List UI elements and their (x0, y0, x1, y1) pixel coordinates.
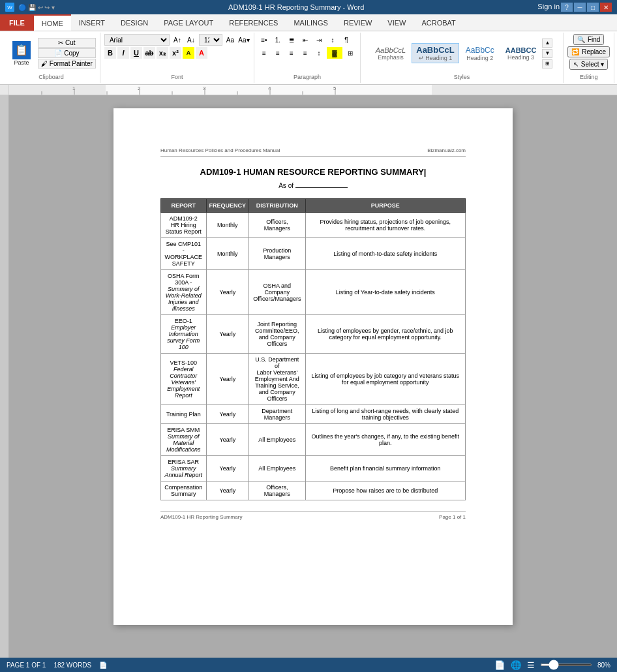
style-heading1[interactable]: AaBbCcL ↵ Heading 1 (412, 43, 459, 63)
tab-acrobat[interactable]: ACROBAT (414, 14, 463, 31)
font-format-row: B I U ab x₂ x² A A (104, 47, 207, 59)
font-size-down[interactable]: A↓ (185, 34, 197, 46)
style-emphasis[interactable]: AaBbCcL Emphasis (371, 44, 410, 63)
doc-title[interactable]: ADM109-1 HUMAN RESOURCE REPORTING SUMMAR… (160, 167, 466, 177)
font-color-button[interactable]: A (196, 47, 207, 59)
font-name-select[interactable]: Arial (104, 34, 170, 46)
ribbon-content: 📋 Paste ✂ Cut 📄 Copy 🖌 Format Painter Cl… (0, 31, 617, 85)
strikethrough-button[interactable]: ab (143, 47, 155, 59)
footer-right: Page 1 of 1 (439, 514, 466, 520)
maximize-button[interactable]: □ (587, 3, 599, 12)
title-bar: W 🔵 💾 ↩ ↪ ▾ ADM109-1 HR Reporting Summar… (0, 0, 617, 14)
font-row-1: Arial A↑ A↓ 12 Aa Aa▾ (104, 34, 250, 46)
minimize-button[interactable]: ─ (574, 3, 586, 12)
styles-scroll-up[interactable]: ▲ (542, 38, 552, 48)
justify-button[interactable]: ≡ (299, 47, 311, 59)
distribution-cell: All Employees (249, 424, 305, 456)
styles-scroll-down[interactable]: ▼ (542, 49, 552, 58)
view-mode-print[interactable]: 📄 (494, 660, 505, 670)
tab-mailings[interactable]: MAILINGS (286, 14, 336, 31)
purpose-cell: Listing of Year-to-date safety incidents (305, 270, 465, 315)
close-button[interactable]: ✕ (600, 3, 612, 12)
superscript-button[interactable]: x² (170, 47, 181, 59)
select-button[interactable]: ↖ Select ▾ (569, 59, 609, 70)
font-size-select[interactable]: 12 (199, 34, 222, 46)
heading3-label: Heading 3 (507, 54, 534, 61)
clear-format-button[interactable]: Aa (224, 34, 236, 46)
distribution-cell: Officers, Managers (249, 213, 305, 238)
frequency-cell: Monthly (206, 213, 249, 238)
align-left-button[interactable]: ≡ (258, 47, 270, 59)
ruler: 1 2 3 4 5 (0, 85, 617, 95)
paragraph-label: Paragraph (291, 72, 324, 82)
shading-button[interactable]: ▓ (327, 47, 342, 59)
footer-left: ADM109-1 HR Reporting Summary (160, 514, 242, 520)
borders-button[interactable]: ⊞ (344, 47, 356, 59)
sort-button[interactable]: ↕ (327, 34, 339, 46)
tab-insert[interactable]: INSERT (71, 14, 113, 31)
status-bar: PAGE 1 OF 1 182 WORDS 📄 📄 🌐 ☰ 80% (0, 658, 617, 672)
distribution-cell: Joint ReportingCommittee/EEO,and Company… (249, 315, 305, 354)
tab-pagelayout[interactable]: PAGE LAYOUT (156, 14, 221, 31)
change-case-button[interactable]: Aa▾ (238, 34, 250, 46)
tab-home[interactable]: HOME (34, 14, 71, 31)
underline-button[interactable]: U (130, 47, 142, 59)
styles-expand[interactable]: ⊞ (542, 59, 552, 69)
report-cell: CompensationSummary (161, 481, 207, 500)
font-size-up[interactable]: A↑ (172, 34, 183, 46)
page-info: PAGE 1 OF 1 (7, 662, 46, 669)
bullets-button[interactable]: ≡• (258, 34, 270, 46)
purpose-cell: Propose how raises are to be distributed (305, 481, 465, 500)
replace-button[interactable]: 🔁 Replace (567, 46, 610, 57)
view-mode-outline[interactable]: ☰ (527, 660, 535, 670)
style-heading3[interactable]: AABBCC Heading 3 (501, 44, 541, 63)
distribution-cell: U.S. Department ofLabor Veterans'Employm… (249, 354, 305, 405)
styles-group: AaBbCcL Emphasis AaBbCcL ↵ Heading 1 AaB… (361, 33, 564, 83)
tab-view[interactable]: VIEW (380, 14, 414, 31)
italic-button[interactable]: I (117, 47, 129, 59)
paste-button[interactable]: 📋 Paste (7, 38, 37, 69)
tab-review[interactable]: REVIEW (336, 14, 380, 31)
help-button[interactable]: ? (561, 3, 573, 12)
tab-references[interactable]: REFERENCES (221, 14, 286, 31)
multilevel-list-button[interactable]: ≣ (286, 34, 297, 46)
text-highlight-button[interactable]: A (183, 47, 194, 59)
view-mode-web[interactable]: 🌐 (511, 660, 522, 670)
table-row: ADM109-2HR HiringStatus Report Monthly O… (161, 213, 466, 238)
format-painter-button[interactable]: 🖌 Format Painter (38, 59, 96, 69)
bold-button[interactable]: B (104, 47, 116, 59)
subscript-button[interactable]: x₂ (157, 47, 168, 59)
tab-file[interactable]: FILE (0, 14, 34, 31)
numbering-button[interactable]: 1. (272, 34, 284, 46)
report-cell: ERISA SARSummaryAnnual Report (161, 456, 207, 481)
frequency-cell: Yearly (206, 354, 249, 405)
style-heading2[interactable]: AaBbCc Heading 2 (460, 44, 500, 63)
tab-design[interactable]: DESIGN (113, 14, 156, 31)
report-cell: VETS-100FederalContractorVeterans'Employ… (161, 354, 207, 405)
layout-icon[interactable]: 📄 (99, 662, 107, 669)
decrease-indent-button[interactable]: ⇤ (299, 34, 311, 46)
zoom-slider[interactable] (540, 664, 592, 666)
align-center-button[interactable]: ≡ (272, 47, 284, 59)
align-right-button[interactable]: ≡ (286, 47, 297, 59)
editing-group: 🔍 Find 🔁 Replace ↖ Select ▾ Editing (564, 33, 614, 83)
doc-scroll[interactable]: Human Resources Policies and Procedures … (9, 95, 617, 658)
increase-indent-button[interactable]: ⇥ (313, 34, 325, 46)
col-purpose: PURPOSE (305, 199, 465, 213)
header-left: Human Resources Policies and Procedures … (160, 147, 280, 153)
sign-in[interactable]: Sign in (537, 3, 560, 12)
copy-button[interactable]: 📄 Copy (38, 48, 96, 58)
styles-gallery: AaBbCcL Emphasis AaBbCcL ↵ Heading 1 AaB… (371, 43, 541, 63)
frequency-cell: Yearly (206, 424, 249, 456)
line-spacing-button[interactable]: ↕ (313, 47, 325, 59)
distribution-cell: ProductionManagers (249, 238, 305, 270)
header-right: Bizmanualz.com (427, 147, 466, 153)
styles-label: Styles (451, 72, 473, 82)
report-table: REPORT FREQUENCY DISTRIBUTION PURPOSE AD… (160, 198, 466, 500)
show-marks-button[interactable]: ¶ (340, 34, 352, 46)
find-button[interactable]: 🔍 Find (573, 34, 604, 45)
frequency-cell: Monthly (206, 238, 249, 270)
ribbon-tabs: FILE HOME INSERT DESIGN PAGE LAYOUT REFE… (0, 14, 617, 31)
as-of-line: As of (160, 182, 466, 189)
cut-button[interactable]: ✂ Cut (38, 38, 96, 48)
